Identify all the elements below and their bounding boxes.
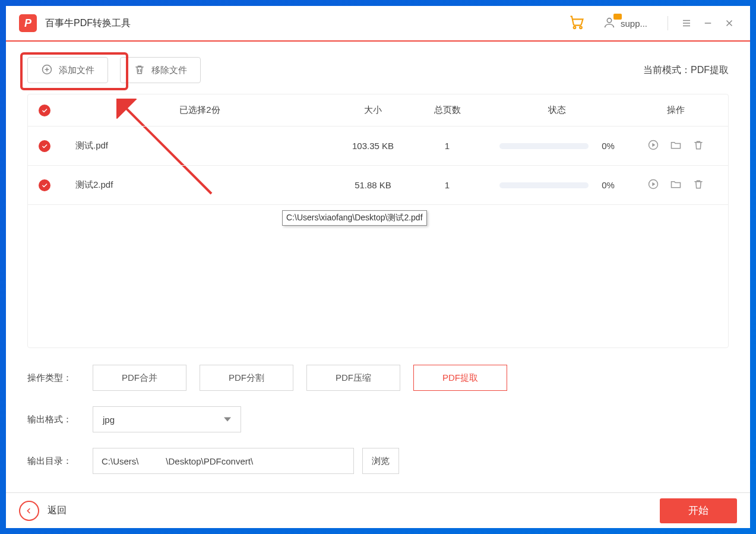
app-title: 百事牛PDF转换工具 [45, 17, 131, 30]
file-name: 测试2.pdf [68, 179, 331, 191]
file-pages: 1 [415, 180, 480, 190]
progress-percent: 0% [602, 180, 615, 190]
table-row: 测试2.pdf 51.88 KB 1 0% [28, 166, 728, 205]
mode-indicator: 当前模式：PDF提取 [643, 64, 729, 77]
file-path-tooltip: C:\Users\xiaofang\Desktop\测试2.pdf [282, 210, 427, 226]
file-actions [634, 139, 717, 153]
svg-point-0 [574, 26, 576, 29]
file-size: 103.35 KB [331, 141, 415, 151]
options-panel: 操作类型： PDF合并 PDF分割 PDF压缩 PDF提取 输出格式： jpg … [27, 365, 729, 474]
op-compress-button[interactable]: PDF压缩 [306, 365, 400, 391]
col-status-label: 状态 [480, 105, 634, 116]
progress-bar [499, 143, 589, 149]
op-extract-button[interactable]: PDF提取 [413, 365, 507, 391]
file-pages: 1 [415, 141, 480, 151]
play-icon[interactable] [647, 139, 659, 153]
op-merge-button[interactable]: PDF合并 [93, 365, 186, 391]
op-type-label: 操作类型： [27, 372, 93, 384]
start-button[interactable]: 开始 [660, 498, 737, 523]
file-status: 0% [480, 141, 634, 151]
app-window: P 百事牛PDF转换工具 supp... 添加文件 [6, 6, 750, 528]
delete-icon[interactable] [692, 139, 704, 153]
file-table: 已选择2份 大小 总页数 状态 操作 测试.pdf 103.35 KB 1 0%… [27, 94, 729, 348]
footer: 返回 开始 [6, 492, 750, 528]
trash-icon [134, 64, 145, 77]
add-file-label: 添加文件 [59, 65, 94, 76]
remove-file-button[interactable]: 移除文件 [120, 57, 201, 83]
svg-point-2 [607, 18, 611, 22]
col-pages-label: 总页数 [415, 105, 480, 116]
browse-button[interactable]: 浏览 [362, 448, 399, 474]
col-selected-label: 已选择2份 [68, 105, 331, 116]
plus-circle-icon [41, 64, 53, 77]
col-actions-label: 操作 [634, 105, 717, 116]
table-row: 测试.pdf 103.35 KB 1 0% [28, 127, 728, 166]
separator [668, 16, 668, 30]
table-header: 已选择2份 大小 总页数 状态 操作 [28, 94, 728, 127]
chevron-down-icon [224, 415, 231, 425]
account-button[interactable]: supp... [603, 16, 647, 31]
format-value: jpg [103, 415, 115, 425]
file-name: 测试.pdf [68, 140, 331, 151]
file-size: 51.88 KB [331, 180, 415, 190]
progress-bar [499, 182, 589, 188]
minimize-button[interactable] [700, 15, 716, 31]
menu-button[interactable] [679, 15, 694, 31]
avatar-icon [603, 16, 616, 31]
folder-icon[interactable] [670, 139, 682, 153]
svg-point-1 [580, 26, 582, 29]
row-checkbox[interactable] [39, 179, 50, 191]
file-status: 0% [480, 180, 634, 190]
file-actions [634, 178, 717, 192]
account-label: supp... [621, 18, 647, 29]
app-logo: P [19, 14, 37, 32]
back-button[interactable]: 返回 [19, 501, 67, 521]
output-path-input[interactable] [93, 448, 354, 474]
vip-badge-icon [613, 14, 622, 20]
format-row: 输出格式： jpg [27, 406, 729, 432]
add-file-button[interactable]: 添加文件 [27, 57, 108, 83]
op-type-row: 操作类型： PDF合并 PDF分割 PDF压缩 PDF提取 [27, 365, 729, 391]
titlebar: P 百事牛PDF转换工具 supp... [6, 6, 750, 42]
format-label: 输出格式： [27, 414, 93, 425]
remove-file-label: 移除文件 [151, 65, 187, 76]
path-row: 输出目录： 浏览 [27, 448, 729, 474]
folder-icon[interactable] [670, 178, 682, 192]
path-label: 输出目录： [27, 456, 93, 467]
close-button[interactable] [722, 15, 737, 31]
back-label: 返回 [48, 504, 67, 517]
play-icon[interactable] [647, 178, 659, 192]
select-all-checkbox[interactable] [39, 105, 50, 116]
arrow-left-icon [19, 501, 39, 521]
row-checkbox[interactable] [39, 140, 50, 152]
delete-icon[interactable] [692, 178, 704, 192]
format-select[interactable]: jpg [93, 406, 241, 432]
op-split-button[interactable]: PDF分割 [200, 365, 293, 391]
toolbar: 添加文件 移除文件 当前模式：PDF提取 [6, 42, 750, 94]
progress-percent: 0% [602, 141, 615, 151]
col-size-label: 大小 [331, 105, 415, 116]
cart-icon[interactable] [568, 14, 585, 33]
